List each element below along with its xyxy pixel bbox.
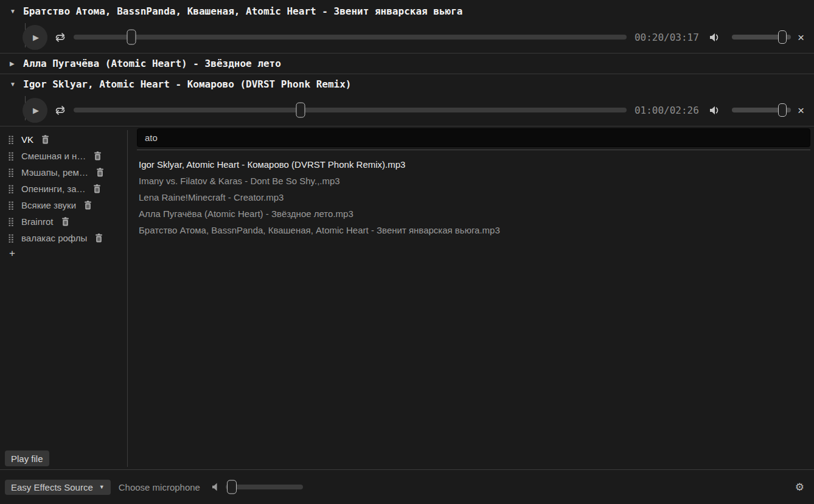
trash-icon bbox=[61, 217, 69, 226]
sidebar-item-label: Brainrot bbox=[21, 216, 54, 227]
close-button[interactable]: × bbox=[796, 105, 805, 116]
player-row: ▼ Igor Sklyar, Atomic Heart - Комарово (… bbox=[0, 74, 814, 126]
drag-handle-icon[interactable] bbox=[8, 151, 13, 161]
time-display: 01:00/02:26 bbox=[635, 105, 699, 116]
delete-playlist-button[interactable] bbox=[93, 184, 101, 193]
trash-icon bbox=[94, 151, 102, 161]
expand-arrow-icon[interactable]: ▶ bbox=[10, 60, 18, 67]
drag-handle-icon[interactable] bbox=[8, 135, 13, 144]
play-button[interactable]: ▶ bbox=[23, 25, 47, 50]
choose-microphone-label: Choose microphone bbox=[119, 482, 200, 492]
drag-handle-icon[interactable] bbox=[8, 201, 13, 210]
sidebar-item-mashups[interactable]: Мэшапы, рем… bbox=[4, 164, 128, 181]
file-item[interactable]: Igor Sklyar, Atomic Heart - Комарово (DV… bbox=[139, 156, 810, 173]
delete-playlist-button[interactable] bbox=[96, 168, 104, 177]
seek-track bbox=[74, 35, 627, 40]
playlist-sidebar: VK Смешная и н… bbox=[0, 126, 128, 469]
seek-slider[interactable] bbox=[74, 101, 627, 119]
source-selector-label: Easy Effects Source bbox=[11, 482, 93, 492]
file-item[interactable]: Братство Атома, BassnPanda, Квашеная, At… bbox=[139, 222, 810, 238]
player-header[interactable]: ▶ Алла Пугачёва (Atomic Heart) - Звёздно… bbox=[0, 54, 814, 74]
content-area: VK Смешная и н… bbox=[0, 126, 814, 469]
add-playlist-button[interactable]: + bbox=[4, 246, 28, 261]
collapse-arrow-icon[interactable]: ▼ bbox=[10, 8, 18, 15]
collapse-arrow-icon[interactable]: ▼ bbox=[10, 81, 18, 88]
delete-playlist-button[interactable] bbox=[95, 233, 103, 243]
close-button[interactable]: × bbox=[796, 32, 805, 43]
file-item[interactable]: Lena Raine!Minecraft - Creator.mp3 bbox=[139, 189, 810, 205]
player-title: Алла Пугачёва (Atomic Heart) - Звёздное … bbox=[23, 58, 281, 69]
player-title: Братство Атома, BassnPanda, Квашеная, At… bbox=[23, 5, 462, 17]
repeat-icon bbox=[54, 32, 66, 43]
volume-slider[interactable] bbox=[732, 28, 791, 46]
sidebar-item-brainrot[interactable]: Brainrot bbox=[4, 213, 128, 230]
muted-speaker-icon[interactable] bbox=[210, 482, 220, 492]
sidebar-item-vk[interactable]: VK bbox=[4, 131, 128, 148]
sidebar-item-label: валакас рофлы bbox=[21, 233, 87, 243]
trash-icon bbox=[84, 201, 92, 210]
delete-playlist-button[interactable] bbox=[61, 217, 69, 226]
time-display: 00:20/03:17 bbox=[635, 32, 699, 43]
file-panel: Igor Sklyar, Atomic Heart - Комарово (DV… bbox=[128, 126, 814, 469]
sidebar-item-label: VK bbox=[21, 134, 33, 145]
sidebar-item-valakas[interactable]: валакас рофлы bbox=[4, 230, 128, 246]
delete-playlist-button[interactable] bbox=[84, 201, 92, 210]
drag-handle-icon[interactable] bbox=[8, 217, 13, 226]
delete-playlist-button[interactable] bbox=[94, 151, 102, 161]
play-icon: ▶ bbox=[33, 33, 39, 41]
play-file-button[interactable]: Play file bbox=[5, 450, 49, 466]
mic-volume-track bbox=[226, 485, 303, 489]
play-button[interactable]: ▶ bbox=[23, 98, 47, 123]
trash-icon bbox=[96, 168, 104, 177]
drag-handle-icon[interactable] bbox=[8, 233, 13, 243]
gear-icon: ⚙ bbox=[795, 482, 804, 493]
source-selector-dropdown[interactable]: Easy Effects Source ▼ bbox=[5, 480, 111, 495]
repeat-icon bbox=[54, 105, 66, 116]
seek-track bbox=[74, 108, 627, 112]
mic-volume-handle[interactable] bbox=[227, 480, 237, 494]
drag-handle-icon[interactable] bbox=[8, 184, 13, 193]
seek-handle[interactable] bbox=[296, 103, 305, 118]
player-header[interactable]: ▼ Igor Sklyar, Atomic Heart - Комарово (… bbox=[0, 74, 814, 94]
repeat-button[interactable] bbox=[54, 105, 66, 116]
repeat-button[interactable] bbox=[54, 32, 66, 43]
player-header[interactable]: ▼ Братство Атома, BassnPanda, Квашеная, … bbox=[0, 0, 814, 21]
trash-icon bbox=[95, 233, 103, 243]
drag-handle-icon[interactable] bbox=[8, 168, 13, 177]
file-list: Igor Sklyar, Atomic Heart - Комарово (DV… bbox=[137, 150, 810, 238]
volume-icon[interactable] bbox=[708, 105, 722, 116]
volume-icon[interactable] bbox=[708, 32, 722, 43]
player-controls: ▶ 01:00/02:26 × bbox=[0, 94, 814, 126]
volume-slider[interactable] bbox=[732, 101, 791, 119]
file-item[interactable]: Алла Пугачёва (Atomic Heart) - Звёздное … bbox=[139, 205, 810, 222]
trash-icon bbox=[41, 135, 49, 144]
play-icon: ▶ bbox=[33, 106, 39, 114]
player-controls: ▶ 00:20/03:17 × bbox=[0, 21, 814, 53]
sidebar-item-label: Мэшапы, рем… bbox=[21, 167, 88, 178]
microphone-volume-slider[interactable] bbox=[226, 478, 303, 496]
player-title: Igor Sklyar, Atomic Heart - Комарово (DV… bbox=[23, 78, 351, 90]
sidebar-item-smeshnaya[interactable]: Смешная и н… bbox=[4, 148, 128, 164]
sidebar-item-sounds[interactable]: Всякие звуки bbox=[4, 197, 128, 213]
delete-playlist-button[interactable] bbox=[41, 135, 49, 144]
sidebar-item-label: Смешная и н… bbox=[21, 151, 86, 161]
sidebar-item-label: Всякие звуки bbox=[21, 200, 76, 210]
seek-slider[interactable] bbox=[74, 28, 627, 46]
sidebar-item-openings[interactable]: Опенинги, за… bbox=[4, 181, 128, 197]
seek-handle[interactable] bbox=[127, 30, 136, 45]
chevron-down-icon: ▼ bbox=[99, 484, 105, 490]
trash-icon bbox=[93, 184, 101, 193]
settings-button[interactable]: ⚙ bbox=[795, 482, 804, 492]
sidebar-item-label: Опенинги, за… bbox=[21, 184, 85, 194]
bottom-bar: Easy Effects Source ▼ Choose microphone … bbox=[0, 469, 814, 504]
volume-handle[interactable] bbox=[778, 30, 787, 44]
player-row: ▶ Алла Пугачёва (Atomic Heart) - Звёздно… bbox=[0, 54, 814, 74]
player-row: ▼ Братство Атома, BassnPanda, Квашеная, … bbox=[0, 0, 814, 54]
volume-handle[interactable] bbox=[778, 103, 787, 117]
search-input[interactable] bbox=[137, 128, 810, 147]
file-item[interactable]: Imany vs. Filatov & Karas - Dont Be So S… bbox=[139, 173, 810, 189]
